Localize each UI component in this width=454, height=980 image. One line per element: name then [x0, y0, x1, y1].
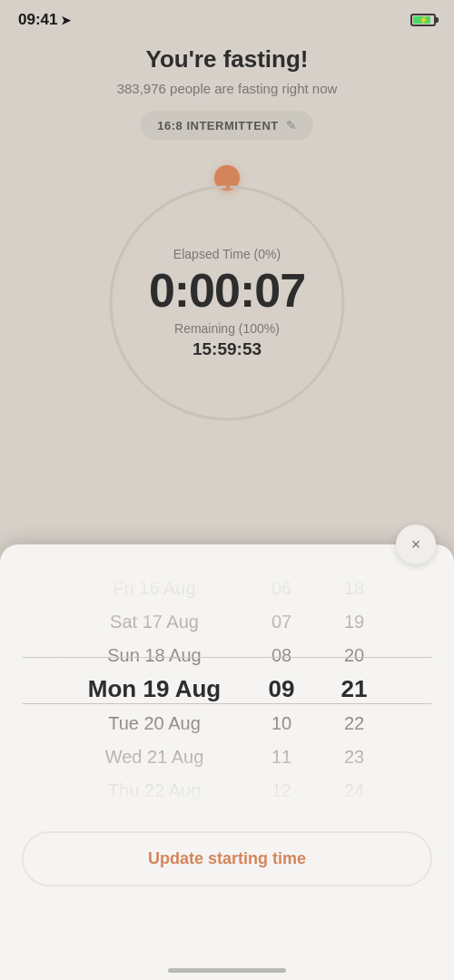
- picker-container[interactable]: Fri 16 Aug Sat 17 Aug Sun 18 Aug Mon 19 …: [0, 544, 454, 817]
- update-starting-time-button[interactable]: Update starting time: [22, 831, 432, 887]
- picker-hour-selected[interactable]: 09: [245, 672, 318, 706]
- fasting-subtitle: 383,976 people are fasting right now: [18, 81, 436, 96]
- plan-badge-text: 16:8 INTERMITTENT: [157, 119, 278, 132]
- picker-hour-item[interactable]: 11: [245, 740, 318, 774]
- edit-icon[interactable]: ✎: [286, 118, 297, 132]
- plan-badge[interactable]: 16:8 INTERMITTENT ✎: [141, 111, 312, 140]
- picker-minute-item[interactable]: 20: [318, 639, 390, 672]
- close-button[interactable]: ×: [396, 524, 436, 564]
- picker-date-item[interactable]: Tue 20 Aug: [64, 707, 245, 740]
- home-indicator: [168, 968, 286, 973]
- picker-date-item[interactable]: Wed 21 Aug: [64, 740, 245, 774]
- picker-date-item[interactable]: Sat 17 Aug: [64, 605, 245, 639]
- circle-container: Elapsed Time (0%) 0:00:07 Remaining (100…: [100, 176, 354, 430]
- picker-minute-item[interactable]: 23: [318, 740, 390, 774]
- picker-hour-item[interactable]: 10: [245, 707, 318, 740]
- picker-minute-item[interactable]: 24: [318, 774, 390, 808]
- status-time: 09:41 ➤: [18, 11, 71, 29]
- picker-column-minute[interactable]: 18 19 20 21 22 23 24: [318, 572, 390, 808]
- location-icon: ➤: [61, 14, 71, 27]
- picker-date-item[interactable]: Thu 22 Aug: [64, 774, 245, 808]
- status-bar: 09:41 ➤ ⚡: [0, 0, 454, 36]
- time-display: 09:41: [18, 11, 57, 29]
- picker-date-item[interactable]: Fri 16 Aug: [64, 572, 245, 605]
- picker-date-selected[interactable]: Mon 19 Aug: [64, 672, 245, 706]
- picker-minute-selected[interactable]: 21: [318, 672, 390, 706]
- picker-column-date[interactable]: Fri 16 Aug Sat 17 Aug Sun 18 Aug Mon 19 …: [64, 572, 245, 808]
- battery-container: ⚡: [410, 14, 436, 26]
- picker-date-item[interactable]: Sun 18 Aug: [64, 639, 245, 672]
- picker-column-hour[interactable]: 06 07 08 09 10 11 12: [245, 572, 318, 808]
- picker-hour-item[interactable]: 07: [245, 605, 318, 639]
- remaining-label: Remaining (100%): [136, 321, 318, 336]
- picker-hour-item[interactable]: 12: [245, 774, 318, 808]
- battery-icon: ⚡: [410, 14, 436, 26]
- top-section: You're fasting! 383,976 people are fasti…: [0, 36, 454, 158]
- circle-content: Elapsed Time (0%) 0:00:07 Remaining (100…: [136, 247, 318, 359]
- picker-minute-item[interactable]: 19: [318, 605, 390, 639]
- fasting-title: You're fasting!: [18, 45, 436, 74]
- close-icon: ×: [411, 536, 421, 553]
- update-btn-container: Update starting time: [0, 817, 454, 901]
- circle-section: Elapsed Time (0%) 0:00:07 Remaining (100…: [0, 158, 454, 448]
- picker-hour-item[interactable]: 06: [245, 572, 318, 605]
- charging-bolt: ⚡: [419, 15, 429, 24]
- elapsed-time: 0:00:07: [136, 267, 318, 314]
- picker-minute-item[interactable]: 22: [318, 707, 390, 740]
- picker-hour-item[interactable]: 08: [245, 639, 318, 672]
- bottom-sheet: × Fri 16 Aug Sat 17 Aug Sun 18 Aug Mon 1…: [0, 544, 454, 980]
- remaining-time: 15:59:53: [136, 339, 318, 359]
- picker-minute-item[interactable]: 18: [318, 572, 390, 605]
- elapsed-label: Elapsed Time (0%): [136, 247, 318, 261]
